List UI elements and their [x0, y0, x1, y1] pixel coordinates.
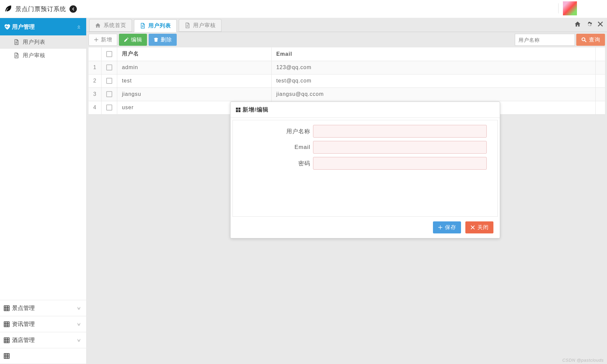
header: 景点门票预订系统 — [0, 0, 607, 18]
feather-icon — [3, 4, 13, 14]
back-button[interactable] — [69, 5, 77, 13]
app-title: 景点门票预订系统 — [15, 5, 66, 13]
chevron-left-icon — [71, 7, 75, 11]
header-divider — [558, 3, 559, 13]
avatar[interactable] — [563, 1, 577, 15]
